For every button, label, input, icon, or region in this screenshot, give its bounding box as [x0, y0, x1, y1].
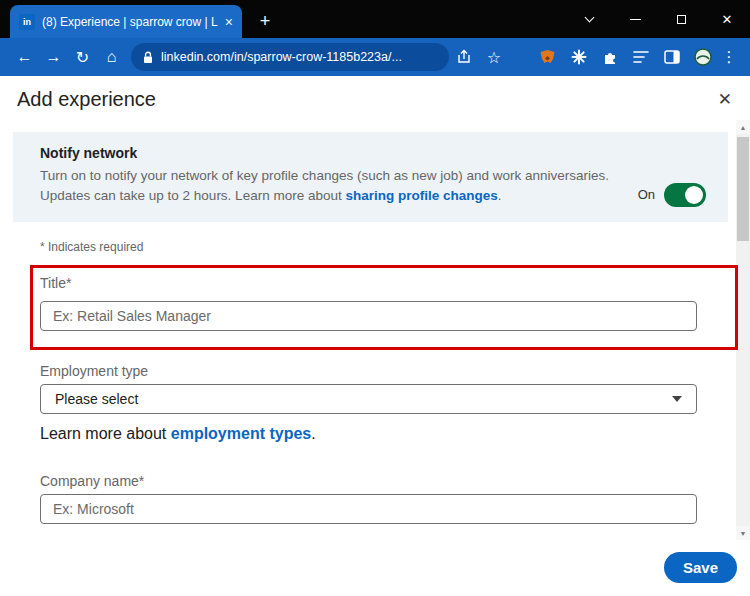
- bookmark-star-icon[interactable]: ☆: [479, 48, 509, 67]
- title-label: Title*: [40, 275, 71, 291]
- title-input[interactable]: [40, 301, 697, 331]
- scroll-up-icon[interactable]: ▲: [736, 120, 750, 134]
- modal-close-icon[interactable]: ✕: [718, 89, 732, 110]
- lock-icon: [143, 51, 153, 64]
- window-controls: ✕: [566, 0, 750, 38]
- forward-icon[interactable]: →: [39, 48, 68, 66]
- reload-icon[interactable]: ↻: [68, 48, 97, 67]
- required-note: * Indicates required: [40, 240, 143, 254]
- reading-list-icon[interactable]: [625, 42, 656, 72]
- browser-window: in (8) Experience | sparrow crow | Li × …: [0, 0, 750, 596]
- select-caret-icon: [672, 396, 682, 402]
- browser-tab[interactable]: in (8) Experience | sparrow crow | Li ×: [10, 5, 242, 38]
- address-bar[interactable]: linkedin.com/in/sparrow-crow-1185b223a/.…: [131, 43, 449, 71]
- notify-body-text: Turn on to notify your network of key pr…: [40, 168, 609, 203]
- share-icon[interactable]: [449, 49, 479, 65]
- maximize-button[interactable]: [658, 0, 704, 38]
- chevron-down-icon: [584, 12, 594, 22]
- add-experience-modal: Add experience ✕ Notify network Turn on …: [0, 76, 750, 596]
- save-button[interactable]: Save: [664, 552, 737, 583]
- browser-toolbar: ← → ↻ ⌂ linkedin.com/in/sparrow-crow-118…: [0, 38, 750, 76]
- employment-types-link[interactable]: employment types: [171, 425, 311, 442]
- url-text: linkedin.com/in/sparrow-crow-1185b223a/.…: [161, 50, 402, 64]
- toggle-knob: [685, 186, 703, 204]
- maximize-icon: [677, 15, 686, 24]
- notify-title: Notify network: [40, 145, 612, 161]
- notify-toggle-group: On: [638, 167, 706, 222]
- side-panel-icon[interactable]: [656, 42, 687, 72]
- metamask-fox-icon[interactable]: [532, 42, 563, 72]
- scroll-down-icon[interactable]: ▼: [736, 526, 750, 540]
- new-tab-button[interactable]: +: [252, 8, 278, 34]
- notify-body-suffix: .: [498, 188, 502, 203]
- scrollbar[interactable]: ▲ ▼: [736, 120, 750, 540]
- company-name-input[interactable]: [40, 494, 697, 524]
- employment-type-select[interactable]: Please select: [40, 384, 697, 414]
- sharing-profile-changes-link[interactable]: sharing profile changes: [345, 188, 497, 203]
- back-icon[interactable]: ←: [10, 48, 39, 66]
- extensions-puzzle-icon[interactable]: [594, 42, 625, 72]
- linkedin-favicon-icon: in: [19, 14, 35, 30]
- burst-extension-icon[interactable]: [563, 42, 594, 72]
- tab-title: (8) Experience | sparrow crow | Li: [42, 15, 218, 29]
- employment-help-prefix: Learn more about: [40, 425, 171, 442]
- minimize-icon: [630, 19, 641, 20]
- home-icon[interactable]: ⌂: [97, 48, 126, 66]
- tab-close-icon[interactable]: ×: [225, 15, 233, 29]
- notify-text: Notify network Turn on to notify your ne…: [40, 145, 612, 222]
- browser-menu-icon[interactable]: ⋮: [718, 48, 740, 66]
- employment-type-value: Please select: [55, 391, 138, 407]
- extension-avatar-icon[interactable]: [687, 42, 718, 72]
- notify-toggle-switch[interactable]: [664, 183, 706, 207]
- tab-search-chevron-icon[interactable]: [566, 0, 612, 38]
- scrollbar-thumb[interactable]: [737, 137, 749, 241]
- notify-network-panel: Notify network Turn on to notify your ne…: [13, 132, 728, 222]
- employment-help-text: Learn more about employment types.: [40, 425, 316, 443]
- toggle-on-label: On: [638, 187, 655, 202]
- employment-type-label: Employment type: [40, 363, 148, 379]
- company-name-label: Company name*: [40, 473, 144, 489]
- notify-body: Turn on to notify your network of key pr…: [40, 166, 612, 207]
- employment-help-suffix: .: [311, 425, 315, 442]
- minimize-button[interactable]: [612, 0, 658, 38]
- close-window-button[interactable]: ✕: [704, 0, 750, 38]
- titlebar: in (8) Experience | sparrow crow | Li × …: [0, 0, 750, 38]
- modal-title: Add experience: [17, 88, 156, 111]
- extensions-cluster: ⋮: [532, 42, 740, 72]
